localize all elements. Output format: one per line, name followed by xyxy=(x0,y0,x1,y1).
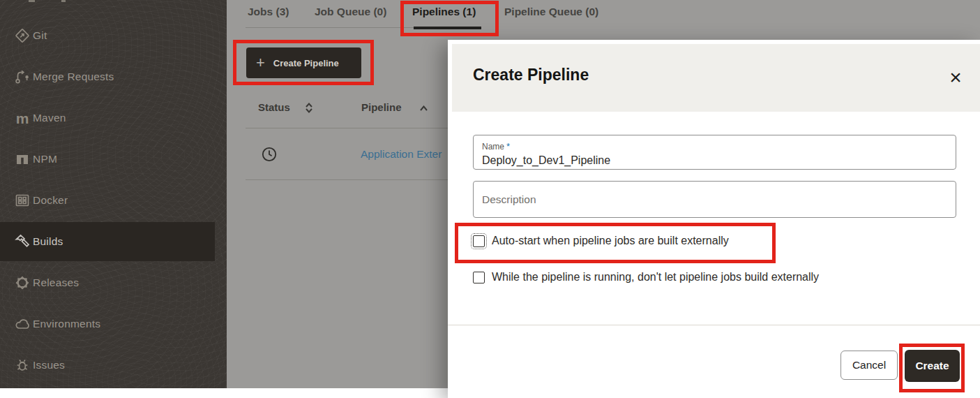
no-external-build-checkbox-label: While the pipeline is running, don't let… xyxy=(492,271,819,283)
tab-pipelines[interactable]: Pipelines (1) xyxy=(412,6,476,18)
pipeline-row-link[interactable]: Application Exter xyxy=(361,148,442,161)
dialog-title: Create Pipeline xyxy=(473,66,589,84)
plus-icon: + xyxy=(256,55,265,71)
description-input[interactable] xyxy=(482,193,947,206)
tab-job-queue[interactable]: Job Queue (0) xyxy=(315,6,386,18)
create-button[interactable]: Create xyxy=(905,350,960,382)
left-navigation-sidebar: Git Merge Requests m Maven NPM Docker xyxy=(0,0,227,388)
sidebar-item-label: NPM xyxy=(33,153,57,165)
tab-jobs[interactable]: Jobs (3) xyxy=(248,6,289,18)
autostart-checkbox-label: Auto-start when pipeline jobs are built … xyxy=(492,235,729,247)
git-icon xyxy=(14,27,31,44)
sidebar-item-maven[interactable]: m Maven xyxy=(0,98,227,138)
merge-requests-icon xyxy=(14,68,31,85)
create-pipeline-button-label: Create Pipeline xyxy=(273,58,339,68)
sidebar-item-label: Environments xyxy=(33,318,100,330)
autostart-checkbox-row: Auto-start when pipeline jobs are built … xyxy=(473,235,729,247)
sidebar-item-git[interactable]: Git xyxy=(0,15,227,56)
create-pipeline-dialog: Create Pipeline × Name* Auto-start when … xyxy=(448,40,980,398)
name-field-label: Name xyxy=(482,142,504,152)
app-screen: Git Merge Requests m Maven NPM Docker xyxy=(0,0,980,398)
dialog-footer-divider xyxy=(448,325,980,325)
sidebar-item-partial xyxy=(61,0,66,2)
sidebar-item-label: Git xyxy=(33,29,47,42)
sidebar-item-label: Docker xyxy=(33,194,68,207)
name-input[interactable] xyxy=(482,154,947,167)
sidebar-item-builds[interactable]: Builds xyxy=(0,222,215,261)
npm-icon xyxy=(14,151,31,168)
docker-icon xyxy=(14,192,31,209)
description-field[interactable] xyxy=(473,181,956,218)
name-field[interactable]: Name* xyxy=(473,135,956,170)
sidebar-item-environments[interactable]: Environments xyxy=(0,304,227,344)
sidebar-item-label: Merge Requests xyxy=(33,71,114,83)
sort-both-icon[interactable] xyxy=(305,103,313,113)
sidebar-item-releases[interactable]: Releases xyxy=(0,263,227,303)
required-asterisk: * xyxy=(506,141,510,152)
create-pipeline-button[interactable]: + Create Pipeline xyxy=(246,47,361,78)
sidebar-item-label: Builds xyxy=(33,235,63,248)
clock-icon xyxy=(261,146,278,163)
sidebar-item-label: Releases xyxy=(33,277,79,289)
issues-icon xyxy=(14,357,31,374)
builds-icon xyxy=(14,233,31,250)
table-row-divider xyxy=(246,179,448,180)
sidebar-item-label: Issues xyxy=(33,359,65,371)
active-tab-underline xyxy=(414,27,481,29)
releases-icon xyxy=(14,274,31,291)
sidebar-item-partial xyxy=(29,0,35,2)
tab-pipeline-queue[interactable]: Pipeline Queue (0) xyxy=(504,6,598,18)
column-header-status[interactable]: Status xyxy=(258,101,290,113)
no-external-build-checkbox-row: While the pipeline is running, don't let… xyxy=(473,271,819,283)
cancel-button[interactable]: Cancel xyxy=(840,351,898,380)
table-header-divider xyxy=(246,128,448,128)
sort-ascending-icon[interactable] xyxy=(419,105,428,111)
sidebar-item-docker[interactable]: Docker xyxy=(0,180,227,221)
no-external-build-checkbox[interactable] xyxy=(473,272,485,283)
maven-icon: m xyxy=(14,110,31,126)
sidebar-item-issues[interactable]: Issues xyxy=(0,345,227,385)
sidebar-item-label: Maven xyxy=(33,112,66,124)
sidebar-item-merge-requests[interactable]: Merge Requests xyxy=(0,57,227,97)
column-header-pipeline[interactable]: Pipeline xyxy=(361,101,402,113)
sidebar-item-npm[interactable]: NPM xyxy=(0,139,227,179)
autostart-checkbox[interactable] xyxy=(473,235,485,247)
environments-icon xyxy=(14,316,31,332)
close-icon[interactable]: × xyxy=(943,64,968,91)
dialog-header: Create Pipeline × xyxy=(452,44,980,112)
